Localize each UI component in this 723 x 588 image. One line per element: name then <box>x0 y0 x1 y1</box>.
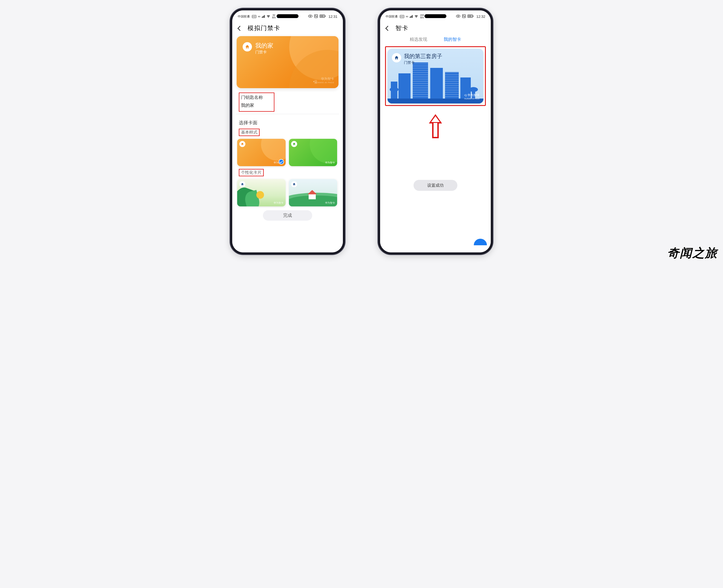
signal-icon <box>262 15 265 18</box>
battery-icon <box>319 15 326 19</box>
network-type: 46 <box>406 15 408 18</box>
smart-card-item[interactable]: 我的第三套房子 门禁卡 •)) 华为智卡HUAWEI AI PASS <box>388 49 483 103</box>
basic-style-row: 华为智卡 华为智卡 <box>236 137 339 168</box>
field-value: 我的家 <box>241 102 272 111</box>
side-button <box>492 54 493 68</box>
annotation-arrow-icon <box>429 114 442 139</box>
notch <box>425 14 447 18</box>
carrier-label: 中国联通 <box>238 15 250 19</box>
back-icon[interactable] <box>385 25 391 31</box>
app-header: 智卡 <box>380 20 491 34</box>
signal-icon <box>410 15 413 18</box>
basic-style-label: 基本样式 <box>239 129 336 136</box>
card-type: 门禁卡 <box>404 60 415 65</box>
carrier-label: 中国联通 <box>386 15 398 19</box>
svg-rect-9 <box>468 15 472 17</box>
card-brand: 华为智卡HUAWEI AI PASS <box>315 77 334 84</box>
battery-icon <box>468 15 474 19</box>
card-brand: •)) 华为智卡HUAWEI AI PASS <box>464 93 479 100</box>
page-title: 模拟门禁卡 <box>248 24 281 32</box>
hd-badge: HD <box>252 15 256 18</box>
key-name-field[interactable]: 门钥匙名称 我的家 <box>236 91 339 113</box>
divider <box>236 114 339 114</box>
choose-skin-label: 选择卡面 <box>236 117 339 128</box>
home-icon <box>392 53 401 62</box>
side-button <box>345 74 345 98</box>
highlight-box: 门钥匙名称 我的家 <box>239 92 274 112</box>
home-icon <box>291 141 297 147</box>
tab-my-cards[interactable]: 我的智卡 <box>444 37 461 42</box>
network-type: 46 <box>258 15 261 18</box>
fab-button[interactable] <box>474 239 487 245</box>
thumb-brand: 华为智卡 <box>274 201 284 205</box>
personal-style-label: 个性化卡片 <box>239 169 336 176</box>
home-icon <box>239 141 245 147</box>
card-name: 我的家 <box>255 42 273 50</box>
tab-bar: 精选发现 我的智卡 <box>380 34 491 46</box>
watermark: 奇闻之旅 <box>667 245 718 261</box>
thumb-brand: 华为智卡 <box>325 201 335 205</box>
hd-badge: HD <box>400 15 404 18</box>
card-style-orange[interactable]: 华为智卡 <box>237 139 286 166</box>
phone-right: 中国联通 HD 46 184B/s 12:32 智卡 <box>378 8 493 255</box>
nfc-icon <box>462 14 466 19</box>
svg-rect-4 <box>321 15 324 17</box>
nfc-icon <box>314 14 318 19</box>
card-style-green[interactable]: 华为智卡 <box>289 139 337 166</box>
card-name: 我的第三套房子 <box>404 52 442 60</box>
svg-point-0 <box>310 16 311 17</box>
page-title: 智卡 <box>395 24 409 32</box>
wifi-icon <box>267 15 270 19</box>
side-button <box>345 54 345 68</box>
clock: 12:31 <box>328 15 337 19</box>
side-button <box>492 74 493 98</box>
card-type: 门禁卡 <box>255 50 267 55</box>
selected-check-icon <box>278 159 284 165</box>
net-speed: 184B/s <box>420 14 424 19</box>
phone-left: 中国联通 HD 46 32B/s 12:31 模拟门禁卡 <box>230 8 345 255</box>
svg-rect-3 <box>325 15 326 17</box>
nfc-wave-icon: •)) <box>313 79 317 84</box>
eye-comfort-icon <box>456 15 460 19</box>
highlight-box: 我的第三套房子 门禁卡 •)) 华为智卡HUAWEI AI PASS <box>385 46 486 106</box>
home-icon <box>291 181 297 187</box>
tab-discover[interactable]: 精选发现 <box>410 37 427 42</box>
card-style-plant[interactable]: 华为智卡 <box>237 179 286 206</box>
card-style-house[interactable]: 华为智卡 <box>289 179 337 206</box>
thumb-brand: 华为智卡 <box>325 161 335 165</box>
done-button[interactable]: 完成 <box>263 210 312 220</box>
home-icon <box>243 42 252 51</box>
home-icon <box>239 181 245 187</box>
toast-success: 设置成功 <box>414 180 457 191</box>
wifi-icon <box>414 15 418 19</box>
svg-rect-8 <box>473 15 474 17</box>
back-icon[interactable] <box>237 25 243 31</box>
app-header: 模拟门禁卡 <box>232 20 343 34</box>
notch <box>276 14 298 18</box>
clock: 12:32 <box>476 15 485 19</box>
net-speed: 32B/s <box>272 14 275 19</box>
eye-comfort-icon <box>308 15 312 19</box>
access-card-preview[interactable]: 我的家 门禁卡 •)) 华为智卡HUAWEI AI PASS <box>236 36 338 88</box>
personal-style-row: 华为智卡 华为智卡 <box>236 177 339 208</box>
field-label: 门钥匙名称 <box>241 93 272 102</box>
svg-point-5 <box>458 16 459 17</box>
